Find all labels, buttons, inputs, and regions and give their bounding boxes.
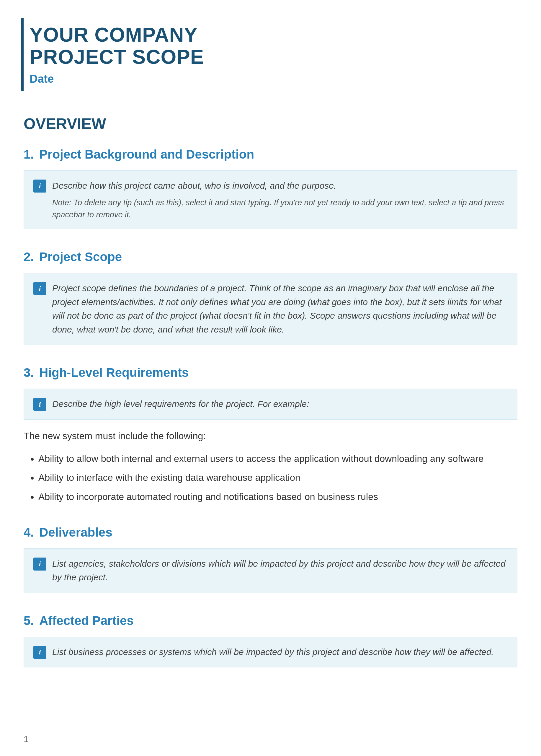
section-number-5: 5. — [24, 614, 34, 628]
section-1: 1. Project Background and DescriptioniDe… — [24, 147, 517, 229]
overview-heading: OVERVIEW — [24, 115, 517, 133]
list-item: Ability to allow both internal and exter… — [38, 451, 517, 467]
list-item: Ability to interface with the existing d… — [38, 470, 517, 485]
section-3: 3. High-Level RequirementsiDescribe the … — [24, 366, 517, 505]
info-text-wrap-1: Describe how this project came about, wh… — [52, 179, 508, 221]
info-text-wrap-3: Describe the high level requirements for… — [52, 397, 309, 411]
note-text-1: Note: To delete any tip (such as this), … — [52, 197, 508, 221]
info-text-1: Describe how this project came about, wh… — [52, 179, 508, 193]
info-text-3: Describe the high level requirements for… — [52, 397, 309, 411]
section-number-3: 3. — [24, 366, 34, 380]
section-heading-4: 4. Deliverables — [24, 525, 517, 540]
section-heading-2: 2. Project Scope — [24, 250, 517, 264]
header: YOUR COMPANY PROJECT SCOPE Date — [21, 18, 517, 91]
info-text-wrap-2: Project scope defines the boundaries of … — [52, 281, 508, 336]
section-heading-1: 1. Project Background and Description — [24, 147, 517, 162]
info-icon-2: i — [33, 282, 46, 295]
list-item: Ability to incorporate automated routing… — [38, 489, 517, 505]
info-box-3: iDescribe the high level requirements fo… — [24, 389, 517, 420]
info-box-5: iList business processes or systems whic… — [24, 637, 517, 668]
info-text-wrap-4: List agencies, stakeholders or divisions… — [52, 557, 508, 584]
company-title: YOUR COMPANY PROJECT SCOPE — [30, 24, 517, 68]
section-title-2: Project Scope — [39, 250, 122, 264]
company-line1: YOUR COMPANY — [30, 23, 198, 46]
company-line2: PROJECT SCOPE — [30, 45, 204, 68]
sections-container: 1. Project Background and DescriptioniDe… — [24, 147, 517, 668]
info-text-wrap-5: List business processes or systems which… — [52, 645, 494, 659]
info-icon-4: i — [33, 558, 46, 571]
section-number-1: 1. — [24, 147, 34, 162]
date-label: Date — [30, 73, 517, 85]
info-icon-1: i — [33, 180, 46, 193]
info-icon-3: i — [33, 398, 46, 411]
section-title-3: High-Level Requirements — [39, 366, 189, 380]
section-title-1: Project Background and Description — [39, 147, 254, 162]
info-box-2: iProject scope defines the boundaries of… — [24, 273, 517, 345]
info-icon-5: i — [33, 646, 46, 659]
section-number-2: 2. — [24, 250, 34, 264]
section-4: 4. DeliverablesiList agencies, stakehold… — [24, 525, 517, 593]
section-title-4: Deliverables — [39, 525, 113, 540]
section-5: 5. Affected PartiesiList business proces… — [24, 614, 517, 668]
section-heading-5: 5. Affected Parties — [24, 614, 517, 628]
section-2: 2. Project ScopeiProject scope defines t… — [24, 250, 517, 345]
info-text-2: Project scope defines the boundaries of … — [52, 281, 508, 336]
info-text-5: List business processes or systems which… — [52, 645, 494, 659]
body-text-3: The new system must include the followin… — [24, 428, 517, 444]
section-heading-3: 3. High-Level Requirements — [24, 366, 517, 380]
page-number: 1 — [24, 734, 29, 744]
info-box-1: iDescribe how this project came about, w… — [24, 170, 517, 229]
section-title-5: Affected Parties — [39, 614, 134, 628]
info-box-4: iList agencies, stakeholders or division… — [24, 548, 517, 593]
info-text-4: List agencies, stakeholders or divisions… — [52, 557, 508, 584]
section-number-4: 4. — [24, 525, 34, 540]
bullet-list-3: Ability to allow both internal and exter… — [38, 451, 517, 505]
